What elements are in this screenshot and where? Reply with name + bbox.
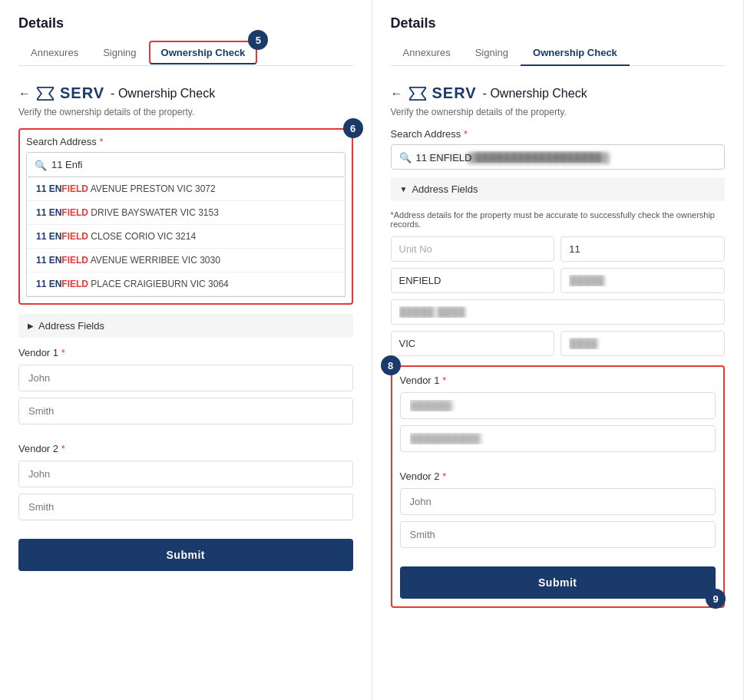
search-icon-left: 🔍	[35, 159, 47, 170]
dropdown-left: 11 ENFIELD AVENUE PRESTON VIC 3072 11 EN…	[26, 177, 346, 297]
address-fields-toggle-right[interactable]: ▼ Address Fields	[391, 177, 726, 201]
search-label-left: Search Address *	[26, 136, 346, 147]
tab-annexures-right[interactable]: Annexures	[391, 41, 463, 66]
verify-text-right: Verify the ownership details of the prop…	[391, 107, 726, 117]
search-highlight-box: Search Address * 🔍 11 ENFIELD AVENUE PRE…	[18, 128, 353, 305]
submit-button-left[interactable]: Submit	[18, 539, 353, 571]
dropdown-item-5[interactable]: 11 ENFIELD PLACE CRAIGIEBURN VIC 3064	[27, 272, 345, 296]
address-fields-toggle-left[interactable]: ▶ Address Fields	[18, 314, 353, 338]
circle-6: 6	[343, 118, 363, 138]
left-panel: Details Annexures Signing Ownership Chec…	[0, 0, 372, 700]
left-details-title: Details	[18, 15, 353, 31]
back-arrow-left[interactable]: ←	[18, 87, 31, 101]
svg-marker-1	[409, 87, 426, 99]
arrow-icon-right: ▼	[400, 185, 408, 193]
state-postcode-row	[391, 331, 726, 356]
vendor2-label-right: Vendor 2 *	[400, 471, 716, 482]
dropdown-item-1[interactable]: 11 ENFIELD AVENUE PRESTON VIC 3072	[27, 177, 345, 201]
search-input-right[interactable]	[392, 145, 725, 169]
vendor2-first-left[interactable]	[18, 461, 353, 487]
ownership-check-heading-left: - Ownership Check	[111, 87, 215, 101]
vendor2-section-right: Vendor 2 *	[400, 471, 716, 554]
postcode-field[interactable]	[560, 331, 725, 356]
search-section-left: 6 Search Address * 🔍 11 ENFIELD AVENUE P…	[18, 128, 353, 305]
svg-marker-0	[37, 87, 54, 99]
street-name-field[interactable]	[391, 268, 555, 293]
submit-wrapper-right: 9 Submit	[400, 566, 716, 599]
tab-annexures-left[interactable]: Annexures	[18, 41, 91, 66]
back-arrow-right[interactable]: ←	[391, 87, 403, 101]
vendor1-last-right[interactable]	[400, 425, 716, 452]
vendor1-last-left[interactable]	[18, 398, 353, 424]
circle-5: 5	[248, 30, 268, 50]
serv-text-left: SERV	[60, 84, 104, 102]
address-note: *Address details for the property must b…	[391, 210, 726, 229]
tab-signing-right[interactable]: Signing	[463, 41, 521, 66]
suburb-row	[391, 299, 726, 325]
ownership-check-heading-right: - Ownership Check	[483, 87, 587, 101]
vendor-highlight-box: Vendor 1 * Vendor 2 * 9 Submit	[391, 365, 726, 608]
right-logo-row: ← SERV - Ownership Check	[391, 84, 726, 102]
serv-text-right: SERV	[432, 84, 477, 102]
vendor2-label-left: Vendor 2 *	[18, 443, 353, 454]
street-row	[391, 268, 726, 293]
search-icon-right: 🔍	[399, 151, 412, 163]
submit-button-right[interactable]: Submit	[400, 566, 716, 599]
vendor1-section-left: Vendor 1 *	[18, 347, 353, 431]
serv-logo-icon-left	[37, 85, 54, 102]
serv-logo-icon-right	[409, 85, 426, 102]
arrow-icon-left: ▶	[28, 322, 34, 330]
search-box-left[interactable]: 🔍	[26, 152, 346, 177]
street-number-field[interactable]	[560, 236, 725, 262]
suburb-field[interactable]	[391, 299, 726, 325]
dropdown-item-4[interactable]: 11 ENFIELD AVENUE WERRIBEE VIC 3030	[27, 249, 345, 272]
vendor1-first-right[interactable]	[400, 392, 716, 419]
search-label-right: Search Address *	[391, 128, 726, 140]
vendor1-label-right: Vendor 1 *	[400, 375, 716, 386]
search-input-left[interactable]	[27, 153, 345, 177]
vendor2-last-left[interactable]	[18, 494, 353, 520]
address-fields-expanded: *Address details for the property must b…	[391, 210, 726, 356]
vendor1-section-right: Vendor 1 *	[400, 375, 716, 458]
street-type-field[interactable]	[560, 268, 725, 293]
tab-ownership-wrapper-left: Ownership Check 5	[149, 41, 258, 65]
circle-9: 9	[706, 589, 726, 609]
right-tabs: Annexures Signing Ownership Check	[391, 41, 726, 66]
left-tabs: Annexures Signing Ownership Check 5	[18, 41, 353, 66]
unit-no-row	[391, 236, 726, 262]
dropdown-item-3[interactable]: 11 ENFIELD CLOSE CORIO VIC 3214	[27, 225, 345, 249]
unit-no-field[interactable]	[391, 236, 555, 262]
right-details-title: Details	[391, 15, 726, 31]
state-field[interactable]	[391, 331, 555, 356]
tab-signing-left[interactable]: Signing	[91, 41, 148, 66]
left-logo-row: ← SERV - Ownership Check	[18, 84, 353, 102]
vendor-section-right-wrapper: 8 Vendor 1 * Vendor 2 * 9 Subm	[391, 365, 726, 608]
vendor2-last-right[interactable]	[400, 521, 716, 548]
right-panel: Details Annexures Signing Ownership Chec…	[372, 0, 745, 700]
circle-8: 8	[381, 355, 401, 375]
dropdown-item-2[interactable]: 11 ENFIELD DRIVE BAYSWATER VIC 3153	[27, 201, 345, 225]
vendor2-section-left: Vendor 2 *	[18, 443, 353, 527]
vendor1-first-left[interactable]	[18, 365, 353, 391]
vendor1-label-left: Vendor 1 *	[18, 347, 353, 358]
verify-text-left: Verify the ownership details of the prop…	[18, 107, 353, 117]
tab-ownership-left[interactable]: Ownership Check	[149, 41, 258, 64]
vendor2-first-right[interactable]	[400, 488, 716, 515]
tab-ownership-right[interactable]: Ownership Check	[521, 41, 630, 66]
search-box-right[interactable]: 🔍 11 ENFIELD ████████████████████	[391, 144, 726, 170]
